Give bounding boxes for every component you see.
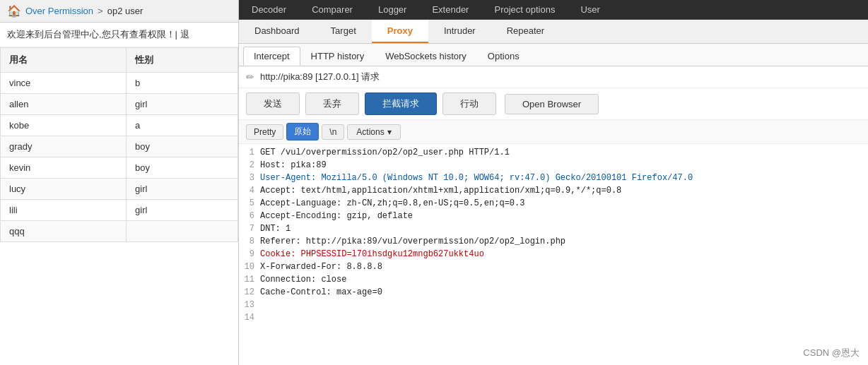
user-name-cell: kevin <box>1 157 127 179</box>
second-nav-item-dashboard[interactable]: Dashboard <box>239 20 315 43</box>
top-nav: DecoderComparerLoggerExtenderProject opt… <box>239 0 868 20</box>
line-number: 5 <box>239 198 260 208</box>
top-nav-item-logger[interactable]: Logger <box>365 0 419 19</box>
user-gender-cell: boy <box>127 136 238 157</box>
action-button[interactable]: 行动 <box>442 92 496 115</box>
right-panel: DecoderComparerLoggerExtenderProject opt… <box>239 0 868 365</box>
breadcrumb: 🏠 Over Permission > op2 user <box>0 0 238 23</box>
line-text: Cache-Control: max-age=0 <box>260 287 868 297</box>
user-name-cell: grady <box>1 136 127 157</box>
request-line: 9Cookie: PHPSESSID=l70ihsdgku12mngb627uk… <box>239 249 868 261</box>
second-nav-item-proxy[interactable]: Proxy <box>372 20 428 43</box>
third-nav: InterceptHTTP historyWebSockets historyO… <box>239 44 868 66</box>
newline-button[interactable]: \n <box>322 124 344 140</box>
intercept-button[interactable]: 拦截请求 <box>365 92 437 115</box>
line-text: Host: pika:89 <box>260 160 868 170</box>
request-info-bar: ✏ http://pika:89 [127.0.0.1] 请求 <box>239 66 868 88</box>
discard-button[interactable]: 丢弃 <box>305 92 359 115</box>
request-line: 2Host: pika:89 <box>239 160 868 172</box>
table-row: gradyboy <box>1 136 238 157</box>
line-text: DNT: 1 <box>260 224 868 234</box>
top-nav-item-decoder[interactable]: Decoder <box>239 0 299 19</box>
line-number: 12 <box>239 287 260 297</box>
home-icon: 🏠 <box>7 4 21 18</box>
line-text: Accept-Language: zh-CN,zh;q=0.8,en-US;q=… <box>260 198 868 208</box>
notice-bar: 欢迎来到后台管理中心,您只有查看权限！| 退 <box>0 23 238 47</box>
second-nav-item-repeater[interactable]: Repeater <box>491 20 560 43</box>
top-nav-item-project-options[interactable]: Project options <box>481 0 568 19</box>
request-line: 3User-Agent: Mozilla/5.0 (Windows NT 10.… <box>239 172 868 185</box>
user-name-cell: vince <box>1 73 127 94</box>
line-number: 13 <box>239 300 260 310</box>
request-line: 10X-Forwarded-For: 8.8.8.8 <box>239 261 868 274</box>
left-panel: 🏠 Over Permission > op2 user 欢迎来到后台管理中心,… <box>0 0 239 365</box>
format-bar: Pretty 原始 \n Actions ▾ <box>239 120 868 144</box>
raw-button[interactable]: 原始 <box>286 123 319 140</box>
line-number: 4 <box>239 186 260 196</box>
top-nav-item-user[interactable]: User <box>568 0 612 19</box>
open-browser-button[interactable]: Open Browser <box>505 94 599 114</box>
user-name-cell: lili <box>1 200 127 221</box>
line-text: Connection: close <box>260 275 868 285</box>
line-number: 14 <box>239 313 260 323</box>
line-number: 9 <box>239 249 260 259</box>
user-gender-cell: boy <box>127 157 238 179</box>
dropdown-icon: ▾ <box>387 127 392 137</box>
breadcrumb-link[interactable]: Over Permission <box>25 6 93 16</box>
user-name-cell: lucy <box>1 179 127 200</box>
user-gender-cell: a <box>127 115 238 136</box>
action-buttons: 发送 丢弃 拦截请求 行动 Open Browser <box>239 88 868 120</box>
table-row: allengirl <box>1 94 238 115</box>
user-name-cell: kobe <box>1 115 127 136</box>
user-gender-cell: girl <box>127 179 238 200</box>
table-row: vinceb <box>1 73 238 94</box>
actions-dropdown[interactable]: Actions ▾ <box>347 124 400 140</box>
tab-websockets-history[interactable]: WebSockets history <box>375 47 477 66</box>
request-line: 12Cache-Control: max-age=0 <box>239 287 868 299</box>
table-row: kevinboy <box>1 157 238 179</box>
line-number: 3 <box>239 173 260 183</box>
request-line: 1GET /vul/overpermission/op2/op2_user.ph… <box>239 147 868 160</box>
line-text: Accept-Encoding: gzip, deflate <box>260 211 868 221</box>
request-line: 14 <box>239 312 868 325</box>
col-header-gender: 性别 <box>127 48 238 73</box>
user-table: 用名 性别 vinceballengirlkobeagradyboykevinb… <box>0 47 238 242</box>
pretty-button[interactable]: Pretty <box>246 124 283 140</box>
request-line: 5Accept-Language: zh-CN,zh;q=0.8,en-US;q… <box>239 198 868 210</box>
data-table: 用名 性别 vinceballengirlkobeagradyboykevinb… <box>0 47 238 365</box>
top-nav-item-comparer[interactable]: Comparer <box>299 0 365 19</box>
tab-intercept[interactable]: Intercept <box>243 47 300 66</box>
line-number: 11 <box>239 275 260 285</box>
line-number: 7 <box>239 224 260 234</box>
request-line: 11Connection: close <box>239 274 868 287</box>
user-gender-cell: b <box>127 73 238 94</box>
user-name-cell: allen <box>1 94 127 115</box>
edit-icon: ✏ <box>246 71 254 83</box>
notice-text: 欢迎来到后台管理中心,您只有查看权限！| 退 <box>7 29 189 40</box>
tab-options[interactable]: Options <box>477 47 530 66</box>
table-row: qqq <box>1 221 238 242</box>
tab-http-history[interactable]: HTTP history <box>300 47 375 66</box>
col-header-name: 用名 <box>1 48 127 73</box>
user-gender-cell: girl <box>127 94 238 115</box>
line-text: Referer: http://pika:89/vul/overpermissi… <box>260 237 868 246</box>
actions-label: Actions <box>356 127 384 137</box>
table-row: lucygirl <box>1 179 238 200</box>
line-text: Cookie: PHPSESSID=l70ihsdgku12mngb627ukk… <box>260 249 868 259</box>
second-nav-item-intruder[interactable]: Intruder <box>428 20 491 43</box>
breadcrumb-separator: > <box>98 6 103 16</box>
request-line: 7DNT: 1 <box>239 223 868 236</box>
user-gender-cell: girl <box>127 200 238 221</box>
top-nav-item-extender[interactable]: Extender <box>419 0 481 19</box>
send-button[interactable]: 发送 <box>246 92 300 115</box>
second-nav-item-target[interactable]: Target <box>315 20 372 43</box>
request-line: 4Accept: text/html,application/xhtml+xml… <box>239 185 868 198</box>
second-nav: DashboardTargetProxyIntruderRepeater <box>239 20 868 44</box>
line-text: X-Forwarded-For: 8.8.8.8 <box>260 262 868 272</box>
table-row: kobea <box>1 115 238 136</box>
line-text: GET /vul/overpermission/op2/op2_user.php… <box>260 148 868 157</box>
line-text: Accept: text/html,application/xhtml+xml,… <box>260 186 868 196</box>
line-number: 2 <box>239 160 260 170</box>
user-name-cell: qqq <box>1 221 127 242</box>
line-number: 6 <box>239 211 260 221</box>
